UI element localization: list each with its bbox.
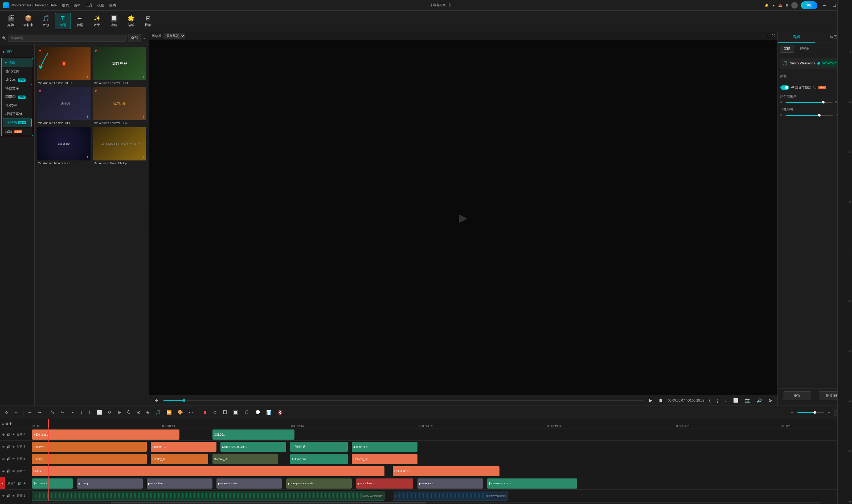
ai-enhancer-toggle[interactable]	[780, 86, 789, 90]
thumbnail-item-2[interactable]: ♥ 团圆 中秋 ⬇ Mid Autumn Festival 01 Tit...	[93, 47, 146, 85]
filter-button[interactable]: 全部	[128, 34, 141, 42]
export-button[interactable]: 導出	[801, 1, 817, 9]
track-2-eye[interactable]: 👁	[12, 469, 15, 473]
tool-filter[interactable]: 🔲 濾鏡	[106, 13, 122, 29]
minus-btn[interactable]: −	[789, 409, 796, 416]
subtitle-btn[interactable]: 💬	[253, 409, 263, 416]
tool-box[interactable]: ⬜	[95, 409, 104, 416]
tool-select[interactable]: ⊹	[3, 409, 11, 416]
tool-audio[interactable]: 🎵 音頻	[38, 13, 54, 29]
tool-text[interactable]: T	[86, 409, 93, 416]
clip-autumn-title-1a[interactable]: T AUTUMN /	[32, 479, 73, 489]
download-icon-6[interactable]: ⬇	[142, 155, 145, 159]
clip-05-replace[interactable]: ▶ 05 Replace Y...	[356, 479, 413, 489]
tool-title[interactable]: T 標題	[55, 13, 71, 29]
clip-01-replace[interactable]: ▶ 01 Repl...	[77, 479, 142, 489]
clip-overlay-3b[interactable]: Overlay_03	[151, 454, 209, 464]
thumbnail-item-1[interactable]: ♥ 🏮 ⬇ Mid Autumn Festival 01 Tit...	[37, 47, 90, 85]
record-button[interactable]: ⏺	[201, 409, 209, 416]
track-3-plus[interactable]: ⊕	[2, 457, 5, 461]
clip-autumn-vlog[interactable]: T AUTUMN VLOG / A...	[487, 479, 577, 489]
minimize-button[interactable]: ─	[821, 3, 828, 8]
tool-speed[interactable]: ⏩	[164, 409, 174, 416]
volume-button[interactable]: 🔊	[755, 397, 764, 403]
mask-btn[interactable]: 🔲	[231, 409, 240, 416]
settings-btn[interactable]: ⚙	[211, 409, 219, 416]
quality-select[interactable]: 最高品質	[163, 33, 185, 39]
clip-autumn-4e[interactable]: autumn is c...	[352, 442, 417, 452]
thumbnail-item-3[interactable]: ♥ 礼遇中秋 ⬇ Mid Autumn Festival 01 O...	[37, 87, 90, 125]
track-4-eye[interactable]: 👁	[12, 445, 15, 449]
grid-icon[interactable]: ⊞	[785, 3, 788, 7]
clip-element-sun[interactable]: ☀ Element...	[32, 430, 179, 439]
clip-autumn-mini-2b[interactable]: 秋季迷你1 ♥	[393, 466, 499, 476]
color-grade-btn[interactable]: 🎞	[220, 409, 229, 416]
mark-in-button[interactable]: {	[707, 398, 712, 403]
track-2-plus[interactable]: ⊕	[2, 469, 5, 473]
tool-undo[interactable]: ↩	[26, 409, 34, 416]
download-icon-3[interactable]: ⬇	[86, 115, 89, 119]
tool-media[interactable]: 🎬 媒體	[3, 13, 19, 29]
tool-redo[interactable]: ↪	[35, 409, 43, 416]
menu-edit[interactable]: 編輯	[74, 3, 81, 8]
download-icon-5[interactable]: ⬇	[86, 155, 89, 159]
clip-overlay-3c[interactable]: Overlay_02	[212, 454, 278, 464]
share-icon[interactable]: 📤	[778, 3, 782, 7]
menu-help[interactable]: 幫助	[109, 3, 116, 8]
notification-icon[interactable]: 🔔	[765, 3, 769, 7]
thumbnail-item-5[interactable]: MOON ⬇ Mid Autumn Moon CN Op...	[37, 127, 90, 165]
scrollbar-thumb[interactable]	[111, 502, 426, 503]
tool-fx[interactable]: ⊗	[135, 409, 142, 416]
tool-sticker[interactable]: 🌟 貼紙	[123, 13, 139, 29]
thumbnail-item-6[interactable]: AUTUMN FESTIVAL MOON ⬇ Mid Autumn Moon C…	[93, 127, 146, 165]
clip-midautumn-4d[interactable]: 中秋節快樂	[290, 442, 348, 452]
denoise-btn[interactable]: 🔇	[275, 409, 285, 416]
tool-delete[interactable]: 🗑	[49, 409, 57, 416]
thumbnail-item-4[interactable]: ♥ AUTUMN ⬇ Mid Autumn Festival 01 O...	[93, 87, 146, 125]
tool-transition[interactable]: ↔ 轉場	[72, 13, 88, 29]
clip-06-replace[interactable]: ▶ 06 Replace...	[418, 479, 483, 489]
clip-overlay-3a[interactable]: Overlay...	[32, 454, 147, 464]
sidebar-title-header[interactable]: ▼ 標題	[2, 58, 33, 67]
sidebar-header-my[interactable]: ▶ 我的	[0, 48, 34, 56]
tab-audio[interactable]: 音頻	[778, 32, 815, 42]
menu-file[interactable]: 檔案	[62, 3, 69, 8]
sidebar-item-midautumn[interactable]: 中秋節 NEW	[3, 118, 32, 127]
audio-track-speaker[interactable]: 🔊	[6, 494, 11, 498]
track-2-speaker[interactable]: 🔊	[6, 469, 11, 473]
skip-back-button[interactable]: ⏮	[153, 398, 160, 403]
sidebar-item-school[interactable]: 開學季 NEW	[2, 93, 33, 101]
tool-crop[interactable]: ⋯	[68, 409, 77, 416]
clip-golde[interactable]: GOLDE...	[212, 430, 295, 439]
settings-button[interactable]: ⚙	[767, 397, 774, 403]
clip-04-replace[interactable]: ▶ 04 Replace Your Vide...	[286, 479, 352, 489]
track-5-plus[interactable]: ⊕	[2, 433, 5, 436]
progress-bar[interactable]	[163, 400, 644, 401]
clip-element-3e[interactable]: Element_02	[352, 454, 417, 464]
stabilize-btn[interactable]: 📊	[264, 409, 274, 416]
track-5-speaker[interactable]: 🔊	[6, 433, 11, 436]
audio-track-plus[interactable]: ⊕	[2, 494, 5, 498]
download-icon-1[interactable]: ⬇	[86, 75, 89, 79]
track-4-speaker[interactable]: 🔊	[6, 445, 11, 449]
clip-sunny-weekends-1[interactable]: 🎵 Sunny Weekends ♥	[32, 491, 385, 501]
tool-add[interactable]: ⊕	[115, 409, 123, 416]
voice-clarity-thumb[interactable]	[822, 101, 824, 104]
track-5-eye[interactable]: 👁	[12, 433, 15, 436]
clip-03-replace[interactable]: ▶ 03 Replace Your...	[216, 479, 282, 489]
plus-btn[interactable]: +	[826, 409, 832, 416]
tool-more[interactable]: ⋯	[187, 409, 195, 416]
tool-material[interactable]: 📦 素材庫	[20, 13, 37, 29]
info-icon[interactable]: ⓘ	[813, 85, 816, 90]
more-options-icon[interactable]: ⋯	[142, 36, 147, 41]
sidebar-item-popular[interactable]: 熱門推薦	[2, 67, 33, 76]
voice-clarity-slider[interactable]	[786, 102, 833, 103]
preview-grid-icon[interactable]: ⊞	[767, 34, 769, 38]
sidebar-item-3d[interactable]: 3D文字	[2, 101, 33, 110]
mark-out-button[interactable]: }	[715, 398, 720, 403]
clip-button[interactable]: ↕	[723, 398, 728, 403]
tool-effect[interactable]: ✨ 效果	[89, 13, 105, 29]
subtab-basic[interactable]: 基礎	[780, 45, 794, 53]
tool-move[interactable]: ↔	[12, 409, 20, 416]
clip-02-replace[interactable]: ▶ 02 Replace Yo...	[147, 479, 212, 489]
